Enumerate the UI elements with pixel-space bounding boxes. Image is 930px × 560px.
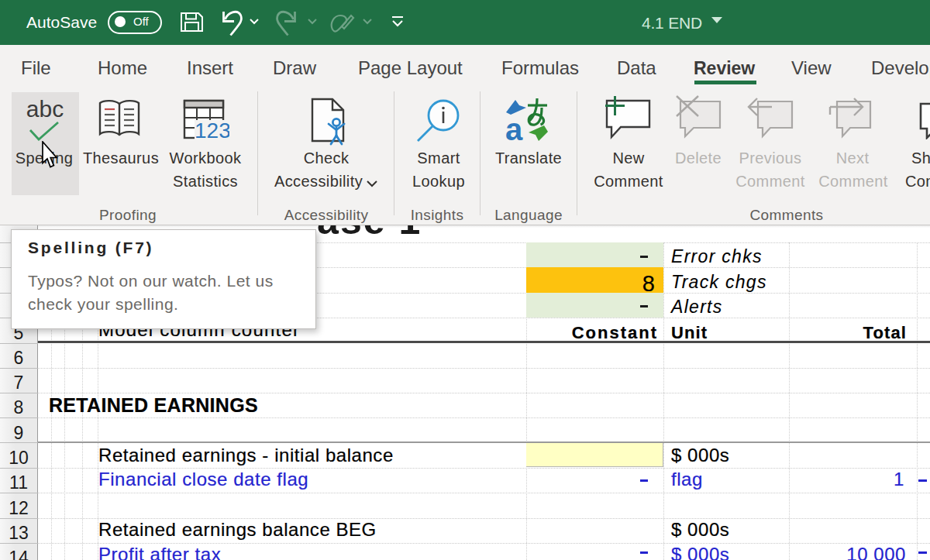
svg-text:123: 123	[195, 119, 229, 141]
svg-text:a: a	[505, 112, 523, 143]
